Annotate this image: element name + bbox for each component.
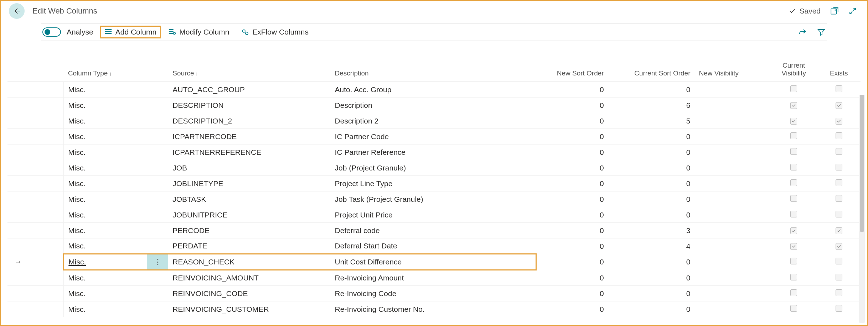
- svg-rect-5: [169, 31, 174, 32]
- share-icon: [799, 28, 807, 36]
- cell-description: Auto. Acc. Group: [335, 85, 392, 94]
- grid-gear-icon: [168, 28, 176, 36]
- cell-type[interactable]: Misc.: [68, 258, 86, 266]
- vertical-dots-icon: ⋮: [154, 257, 161, 266]
- table-row[interactable]: Misc.REINVOICING_CODERe-Invoicing Code00: [7, 286, 861, 301]
- vertical-scrollbar[interactable]: [859, 95, 865, 323]
- cell-source: JOB: [172, 164, 187, 172]
- table-row[interactable]: Misc.JOBUNITPRICEProject Unit Price00: [7, 207, 861, 223]
- cell-current-sort-order: 0: [686, 132, 691, 141]
- cell-source: DESCRIPTION_2: [172, 117, 232, 125]
- checkbox: [836, 179, 842, 186]
- checkbox: [836, 227, 842, 234]
- checkbox: [790, 118, 797, 125]
- cell-description: Job (Project Granule): [335, 164, 406, 172]
- checkbox: [790, 289, 797, 296]
- cell-source: REINVOICING_CUSTOMER: [172, 305, 269, 313]
- checkbox: [836, 274, 842, 280]
- share-button[interactable]: [799, 28, 807, 36]
- col-header-source[interactable]: Source↑: [168, 58, 330, 82]
- checkbox: [790, 195, 797, 202]
- col-header-current-visibility[interactable]: Current Visibility: [770, 58, 817, 82]
- table-row[interactable]: Misc.ICPARTNERCODEIC Partner Code00: [7, 129, 861, 144]
- table-row[interactable]: Misc.REINVOICING_AMOUNTRe-Invoicing Amou…: [7, 270, 861, 286]
- back-button[interactable]: [9, 3, 25, 19]
- table-row[interactable]: Misc.AUTO_ACC_GROUPAuto. Acc. Group00: [7, 82, 861, 98]
- collapse-button[interactable]: [848, 7, 857, 15]
- cell-new-sort-order: 0: [600, 242, 604, 250]
- table-row[interactable]: Misc.JOBJob (Project Granule)00: [7, 160, 861, 176]
- cell-type: Misc.: [68, 101, 86, 109]
- col-header-type[interactable]: Column Type↑: [64, 58, 147, 82]
- saved-indicator: Saved: [789, 7, 821, 15]
- cell-type: Misc.: [68, 164, 86, 172]
- cell-current-sort-order: 0: [686, 274, 691, 282]
- col-header-new-sort-order[interactable]: New Sort Order: [536, 58, 608, 82]
- cell-source: DESCRIPTION: [172, 101, 224, 109]
- cell-source: JOBTASK: [172, 195, 206, 203]
- cell-type: Misc.: [68, 289, 86, 298]
- checkbox: [836, 85, 842, 92]
- cell-type: Misc.: [68, 305, 86, 313]
- cell-new-sort-order: 0: [600, 195, 604, 203]
- cell-description: IC Partner Reference: [335, 148, 405, 156]
- checkbox: [836, 289, 842, 296]
- table-row[interactable]: Misc.JOBLINETYPEProject Line Type00: [7, 176, 861, 191]
- checkbox: [790, 243, 797, 250]
- cell-type: Misc.: [68, 274, 86, 282]
- col-header-current-sort-order[interactable]: Current Sort Order: [608, 58, 695, 82]
- cell-description: Description 2: [335, 117, 379, 125]
- cell-description: Unit Cost Difference: [335, 258, 402, 266]
- cell-description: Re-Invoicing Customer No.: [335, 305, 425, 313]
- modify-column-button[interactable]: Modify Column: [165, 26, 233, 38]
- filter-icon: [817, 28, 826, 36]
- cell-source: REINVOICING_CODE: [172, 289, 248, 298]
- cell-description: Project Unit Price: [335, 211, 393, 219]
- checkbox: [790, 85, 797, 92]
- analyse-toggle[interactable]: [42, 27, 61, 37]
- table-row[interactable]: Misc.ICPARTNERREFERENCEIC Partner Refere…: [7, 144, 861, 160]
- svg-point-7: [174, 32, 176, 35]
- row-actions-button[interactable]: ⋮: [147, 254, 169, 270]
- cell-type: Misc.: [68, 85, 86, 94]
- cell-source: ICPARTNERREFERENCE: [172, 148, 261, 156]
- cell-type: Misc.: [68, 117, 86, 125]
- table-row[interactable]: Misc.PERCODEDeferral code03: [7, 223, 861, 238]
- add-column-button[interactable]: Add Column: [100, 26, 161, 38]
- checkbox: [790, 148, 797, 155]
- svg-point-8: [243, 30, 245, 32]
- exflow-columns-button[interactable]: ExFlow Columns: [238, 26, 312, 38]
- table-row[interactable]: Misc.DESCRIPTION_2Description 205: [7, 113, 861, 129]
- sort-asc-icon: ↑: [195, 70, 198, 77]
- table-row[interactable]: Misc.JOBTASKJob Task (Project Granule)00: [7, 191, 861, 207]
- col-header-exists[interactable]: Exists: [817, 58, 861, 82]
- open-new-window-button[interactable]: [830, 6, 839, 16]
- back-arrow-icon: [12, 7, 21, 15]
- svg-rect-4: [169, 29, 174, 30]
- cell-source: PERDATE: [172, 242, 207, 250]
- filter-button[interactable]: [817, 28, 826, 36]
- table-row[interactable]: Misc.PERDATEDeferral Start Date04: [7, 238, 861, 254]
- cell-new-sort-order: 0: [600, 289, 604, 298]
- cell-type: Misc.: [68, 179, 86, 188]
- checkbox: [836, 102, 842, 109]
- table-row[interactable]: Misc.REINVOICING_CUSTOMERRe-Invoicing Cu…: [7, 301, 861, 317]
- cell-current-sort-order: 0: [686, 258, 691, 266]
- cell-description: IC Partner Code: [335, 132, 389, 141]
- col-header-description[interactable]: Description: [331, 58, 536, 82]
- cell-new-sort-order: 0: [600, 211, 604, 219]
- cell-new-sort-order: 0: [600, 305, 604, 313]
- cell-type: Misc.: [68, 211, 86, 219]
- cell-source: REASON_CHECK: [172, 258, 234, 266]
- table-row[interactable]: Misc.DESCRIPTIONDescription06: [7, 98, 861, 113]
- cell-type: Misc.: [68, 148, 86, 156]
- checkbox: [836, 258, 842, 264]
- cell-source: JOBUNITPRICE: [172, 211, 227, 219]
- col-header-new-visibility[interactable]: New Visibility: [694, 58, 770, 82]
- checkbox: [790, 179, 797, 186]
- cell-description: Re-Invoicing Amount: [335, 274, 404, 282]
- check-icon: [789, 7, 796, 15]
- cell-current-sort-order: 5: [686, 117, 691, 125]
- table-row[interactable]: →Misc.⋮REASON_CHECKUnit Cost Difference0…: [7, 254, 861, 270]
- cell-current-sort-order: 0: [686, 148, 691, 156]
